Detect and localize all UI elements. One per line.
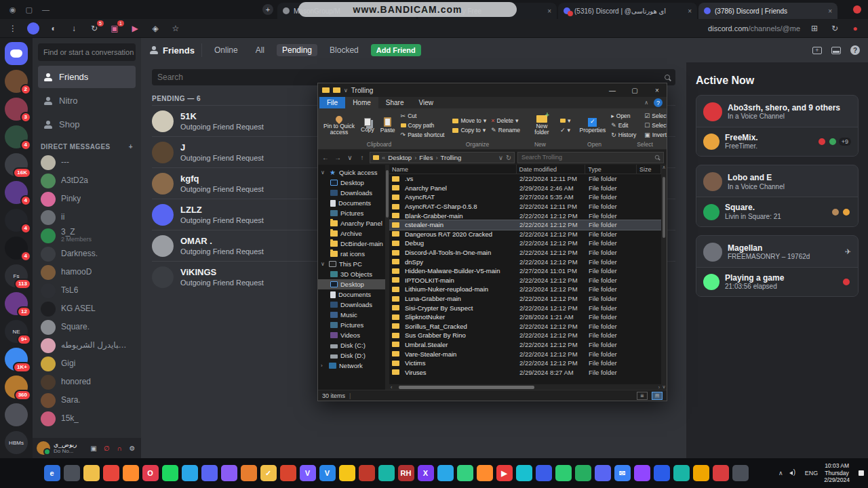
tab-close-icon[interactable]: ×	[828, 7, 832, 15]
friends-tab[interactable]: Blocked	[324, 44, 364, 56]
theme-toggle-icon[interactable]: ◐	[47, 22, 60, 35]
delete-button[interactable]: ×Delete▾	[490, 117, 521, 125]
file-row[interactable]: Dangerous RAT 2020 Cracked 2/22/2024 12:…	[389, 230, 661, 239]
tree-item[interactable]: Disk (C:)	[318, 340, 385, 350]
dm-item[interactable]: TsL6	[38, 281, 136, 300]
help-icon[interactable]: ?	[850, 45, 860, 55]
breadcrumb-trolling[interactable]: Trolling	[441, 154, 462, 161]
taskbar-app-icon[interactable]	[64, 465, 80, 481]
server-icon[interactable]: 4	[5, 209, 28, 232]
recent-locations-icon[interactable]: ∨	[345, 154, 355, 161]
tree-item[interactable]: Documents	[318, 198, 385, 208]
file-row[interactable]: AsyncRAT-C-Sharp-0.5.8 2/22/2024 12:11 P…	[389, 202, 661, 211]
select-all-button[interactable]: ☑Select all	[643, 112, 667, 121]
list-view-icon[interactable]: ≣	[637, 392, 648, 400]
inbox-icon[interactable]	[831, 47, 841, 54]
server-icon[interactable]: 3	[5, 98, 28, 121]
invert-selection-button[interactable]: ▣Invert selection	[643, 131, 667, 140]
server-icon[interactable]: 12	[5, 292, 28, 315]
column-date-modified[interactable]: Date modified	[517, 165, 586, 174]
file-row[interactable]: Vare-Stealer-main 2/22/2024 12:12 PM Fil…	[389, 349, 661, 359]
menu-icon[interactable]: ⋮	[7, 22, 19, 35]
file-row[interactable]: Lithium-Nuker-reupload-main 2/22/2024 12…	[389, 285, 661, 294]
volume-icon[interactable]	[789, 469, 799, 477]
file-row[interactable]: Viruses 2/29/2024 8:27 AM File folder	[389, 367, 661, 377]
taskbar-app-icon[interactable]	[634, 465, 650, 481]
clock[interactable]: 10:03 AM Thursday 2/29/2024	[824, 462, 850, 484]
column-type[interactable]: Type	[585, 165, 637, 174]
window-maximize-icon[interactable]: ▢	[26, 5, 33, 14]
history-button[interactable]: ↻History	[610, 131, 637, 140]
ribbon-tab-share[interactable]: Share	[378, 97, 412, 108]
file-row[interactable]: IPTOOLKIT-main 2/22/2024 12:12 PM File f…	[389, 276, 661, 285]
rename-button[interactable]: ✎Rename	[490, 126, 521, 135]
extension-refresh-icon[interactable]: ↻5	[88, 22, 100, 35]
capture-icon[interactable]: ▣1	[108, 22, 121, 35]
file-row[interactable]: cstealer-main 2/22/2024 12:12 PM File fo…	[389, 220, 661, 230]
file-row[interactable]: Hidden-Malware-Builder-V5-main 2/27/2024…	[389, 266, 661, 276]
move-to-button[interactable]: Move to▾	[451, 117, 488, 125]
tree-item[interactable]: Pictures	[318, 208, 385, 218]
sidebar-nav-item[interactable]: Shop	[38, 113, 136, 136]
breadcrumb-files[interactable]: Files	[419, 154, 433, 161]
discord-profile-icon[interactable]	[27, 22, 39, 35]
active-now-card[interactable]: Lobo and E In a Voice Channel Square. Li…	[696, 165, 859, 226]
reload-icon[interactable]: ↻	[829, 22, 841, 35]
taskbar-app-icon[interactable]	[654, 465, 670, 481]
dm-item[interactable]: ام سبايدرل الشريوطه	[38, 336, 136, 354]
dm-item[interactable]: Sara.	[38, 391, 136, 409]
card-activity-row[interactable]: Playing a game 21:03:56 elapsed	[696, 267, 858, 296]
tree-item[interactable]: Downloads	[318, 188, 385, 198]
file-row[interactable]: Anarchy Panel 2/29/2024 2:46 AM File fol…	[389, 184, 661, 193]
taskbar-app-icon[interactable]	[575, 465, 591, 481]
taskbar-app-icon[interactable]	[477, 465, 493, 481]
close-button[interactable]: ×	[648, 83, 667, 97]
taskbar-app-icon[interactable]	[378, 465, 395, 481]
file-row[interactable]: AsyncRAT 2/27/2024 5:35 AM File folder	[389, 192, 661, 202]
tree-item[interactable]: DcBinder-main	[318, 239, 385, 249]
mute-mic-icon[interactable]: ∅	[102, 443, 111, 453]
friends-tab[interactable]: Online	[209, 44, 243, 56]
tree-item[interactable]: rat icons	[318, 249, 385, 259]
edit-button[interactable]: ✎Edit	[610, 121, 637, 130]
taskbar-app-icon[interactable]	[280, 465, 296, 481]
taskbar-app-icon[interactable]: O	[142, 465, 159, 481]
horizontal-scrollbar[interactable]: ‹ ›	[389, 384, 661, 390]
server-icon[interactable]: 360	[5, 375, 28, 399]
vertical-scrollbar[interactable]: ∧∨	[661, 165, 667, 390]
taskbar-app-icon[interactable]	[359, 465, 375, 481]
dm-item[interactable]: ii	[38, 208, 136, 226]
sidebar-nav-item[interactable]: Friends	[38, 66, 136, 88]
sidebar-nav-item[interactable]: Nitro	[38, 89, 136, 112]
dm-item[interactable]: KG ASEL	[38, 300, 136, 318]
tree-item[interactable]: Videos	[318, 330, 385, 340]
taskbar-app-icon[interactable]	[103, 465, 119, 481]
tree-this-pc[interactable]: ∨ This PC	[318, 259, 385, 269]
server-icon[interactable]	[5, 403, 28, 426]
taskbar-app-icon[interactable]: e	[44, 465, 60, 481]
tree-quick-access[interactable]: ∨★ Quick access	[318, 167, 385, 178]
taskbar-app-icon[interactable]: ▶	[496, 465, 513, 481]
tree-item[interactable]: Archive	[318, 228, 385, 239]
active-now-card[interactable]: Magellan FREEMASONRY – 19762d ✈ Playing …	[696, 235, 859, 297]
file-row[interactable]: Sorillus_Rat_Cracked 2/22/2024 12:12 PM …	[389, 322, 661, 331]
window-close-icon[interactable]: ◉	[9, 5, 16, 14]
server-icon[interactable]: Fs 113	[5, 264, 28, 287]
copy-path-button[interactable]: Copy path	[399, 121, 446, 130]
ribbon-tab-home[interactable]: Home	[345, 97, 378, 108]
window-minimize-icon[interactable]: —	[42, 5, 50, 14]
new-tab-button[interactable]: +	[262, 4, 273, 15]
language-indicator[interactable]: ENG	[805, 470, 818, 476]
conversation-search[interactable]: Find or start a conversation	[38, 43, 136, 61]
settings-gear-icon[interactable]: ⚙	[127, 443, 137, 453]
taskbar-app-icon[interactable]	[241, 465, 257, 481]
tree-item[interactable]: Documents	[318, 289, 385, 300]
server-icon[interactable]: 4	[5, 181, 28, 204]
tree-item[interactable]: Desktop	[318, 178, 385, 188]
explorer-search-input[interactable]	[521, 154, 654, 161]
paste-shortcut-button[interactable]: ↷Paste shortcut	[399, 131, 446, 140]
breadcrumb-desktop[interactable]: Desktop	[388, 154, 412, 161]
taskbar-app-icon[interactable]	[693, 465, 709, 481]
file-row[interactable]: Debug 2/22/2024 12:12 PM File folder	[389, 239, 661, 248]
taskbar-app-icon[interactable]	[673, 465, 690, 481]
